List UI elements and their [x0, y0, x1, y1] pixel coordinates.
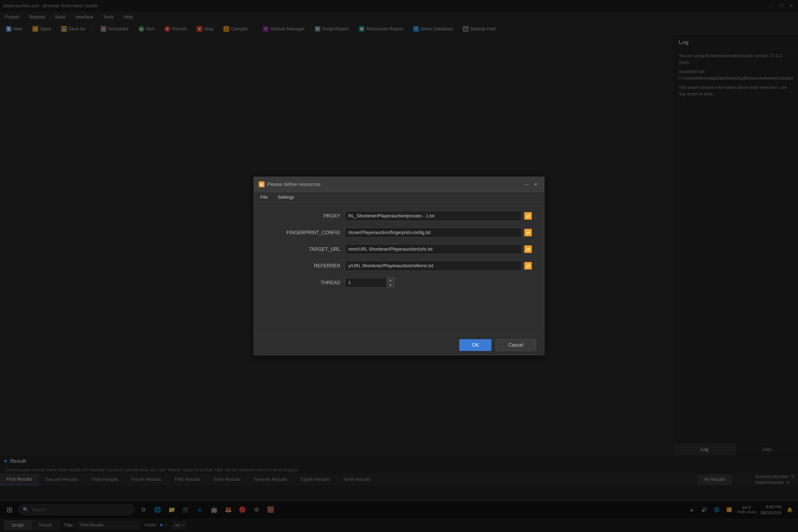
modal-overlay: 📋 Please define resources — ✕ File Setti…	[0, 0, 798, 532]
dialog-title-text: Please define resources	[267, 182, 320, 187]
thread-spinner-wrap: ▲ ▼	[345, 278, 395, 288]
dialog-menubar: File Settings	[254, 192, 544, 203]
thread-input-wrap: ▲ ▼	[345, 278, 532, 288]
target-url-input-wrap: 📁	[345, 244, 532, 254]
proxy-label: PROXY	[266, 213, 345, 219]
thread-label: THREAD	[266, 280, 345, 286]
thread-spinner: ▲ ▼	[387, 278, 395, 288]
dialog-body: PROXY 📁 FINGERPRINT_CONFIG 📁 TARGET_URL	[254, 203, 544, 335]
dialog-menu-settings[interactable]: Settings	[276, 194, 296, 201]
proxy-input-wrap: 📁	[345, 211, 532, 221]
thread-increment[interactable]: ▲	[387, 278, 394, 283]
referrer-browse-button[interactable]: 📁	[524, 262, 532, 269]
fingerprint-row: FINGERPRINT_CONFIG 📁	[266, 228, 532, 238]
dialog-close[interactable]: ✕	[532, 180, 539, 188]
thread-decrement[interactable]: ▼	[387, 283, 394, 288]
thread-row: THREAD ▲ ▼	[266, 278, 532, 288]
fingerprint-browse-button[interactable]: 📁	[524, 229, 532, 236]
fingerprint-label: FINGERPRINT_CONFIG	[266, 230, 345, 235]
dialog-menu-file[interactable]: File	[259, 194, 269, 201]
referrer-label: REFERRER	[266, 263, 345, 269]
proxy-browse-button[interactable]: 📁	[524, 212, 532, 220]
proxy-row: PROXY 📁	[266, 211, 532, 221]
dialog-titlebar: 📋 Please define resources — ✕	[254, 177, 544, 192]
target-url-browse-button[interactable]: 📁	[524, 245, 532, 253]
referrer-row: REFERRER 📁	[266, 261, 532, 271]
fingerprint-input-wrap: 📁	[345, 228, 532, 238]
dialog-footer: OK Cancel	[254, 335, 544, 355]
target-url-label: TARGET_URL	[266, 246, 345, 252]
dialog-title-icon: 📋	[259, 182, 265, 187]
cancel-button[interactable]: Cancel	[496, 339, 536, 351]
proxy-input[interactable]	[345, 211, 522, 221]
thread-input[interactable]	[345, 278, 387, 288]
referrer-input-wrap: 📁	[345, 261, 532, 271]
target-url-row: TARGET_URL 📁	[266, 244, 532, 254]
dialog-title: 📋 Please define resources	[259, 182, 320, 187]
fingerprint-input[interactable]	[345, 228, 522, 238]
referrer-input[interactable]	[345, 261, 522, 271]
target-url-input[interactable]	[345, 244, 522, 254]
dialog-minimize[interactable]: —	[522, 180, 530, 188]
resources-dialog: 📋 Please define resources — ✕ File Setti…	[253, 177, 545, 355]
dialog-controls: — ✕	[522, 180, 539, 188]
ok-button[interactable]: OK	[459, 339, 492, 351]
